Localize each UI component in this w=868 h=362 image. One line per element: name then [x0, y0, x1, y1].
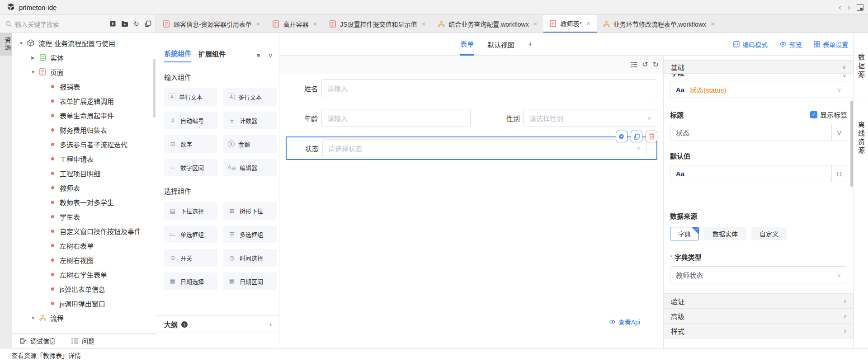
palette-collapse-icon[interactable]: ∨ [268, 52, 273, 59]
tree-page-item[interactable]: 财务费用归集表 [12, 122, 156, 137]
editor-tab[interactable]: 结合业务查询配置.workflowx × [432, 15, 543, 33]
section-basic-header[interactable]: 基础 ∨ [664, 60, 854, 74]
palette-component[interactable]: A≣ 编辑器 [223, 159, 277, 176]
window-restore-icon[interactable] [857, 4, 863, 11]
datasource-vertical-tab[interactable]: 数据源 [854, 33, 868, 100]
palette-component[interactable]: # 自动编号 [164, 112, 217, 129]
dict-type-select[interactable]: 教师状态 ∨ [670, 266, 847, 283]
debug-info-tab[interactable]: 调试信息 [19, 336, 56, 345]
tree-page-item[interactable]: 学生表 [12, 209, 156, 224]
selected-field-status[interactable]: 状态 请选择状态 ∨ [286, 136, 657, 160]
editor-tab[interactable]: JS设置控件提交值和显示值 × [323, 15, 432, 33]
palette-component[interactable]: ± 计数器 [223, 112, 277, 129]
editor-tab[interactable]: 业务环节修改流程表单.workflowx × [597, 15, 721, 33]
palette-component[interactable]: ▤ 下拉选择 [164, 202, 217, 220]
tab-close-icon[interactable]: × [422, 20, 426, 28]
section-style[interactable]: 样式 › [664, 324, 854, 338]
tree-page-item[interactable]: 表单扩展逻辑调用 [12, 94, 156, 108]
tree-node-page[interactable]: ▼ 页面 [12, 65, 156, 79]
preview-button[interactable]: 预览 [779, 40, 802, 49]
add-view-button[interactable]: + [528, 33, 533, 56]
show-label-toggle[interactable]: ✓ 显示标签 [810, 110, 847, 119]
tab-default-view[interactable]: 默认视图 [487, 33, 514, 56]
editor-tab[interactable]: 顾客信息-资源容器引用表单 × [157, 15, 266, 33]
palette-component[interactable]: ⇔ 数字区间 [164, 159, 217, 176]
caret-down-icon[interactable]: ▼ [30, 70, 36, 75]
field-gender[interactable]: 性别 请选择性别 ∨ [506, 109, 657, 127]
bound-field-select[interactable]: Aa 状态(status) ∨ [670, 81, 847, 98]
palette-component[interactable]: A 多行文本 [223, 88, 277, 106]
tree-page-item[interactable]: 自定义窗口操作按钮及事件 [12, 224, 156, 238]
redo-icon[interactable]: ↻ [653, 61, 659, 68]
tab-system-components[interactable]: 系统组件 [164, 48, 191, 62]
tab-close-icon[interactable]: × [533, 20, 538, 28]
undo-icon[interactable]: ↺ [642, 61, 648, 68]
tree-node-project[interactable]: ▼ 流程-业务流程配置与使用 [12, 36, 156, 50]
editor-tab[interactable]: 高开容器 × [266, 15, 323, 33]
field-row-name[interactable]: 姓名 请输入 [286, 79, 657, 97]
resources-vertical-tab[interactable]: 资源 [0, 33, 12, 56]
tree-page-item[interactable]: 左树右表单 [12, 238, 156, 253]
palette-component[interactable]: ▦ 日期选择 [164, 273, 217, 290]
tree-page-item[interactable]: js调用弹出窗口 [12, 296, 156, 310]
form-settings-button[interactable]: 表单设置 [814, 40, 848, 49]
tree-page-item[interactable]: js弹出表单信息 [12, 282, 156, 296]
title-value-input[interactable]: 状态 V [670, 124, 847, 141]
age-input[interactable]: 请输入 [321, 109, 471, 127]
refresh-icon[interactable]: ↻ [132, 20, 140, 28]
palette-menu-icon[interactable]: ≡ [257, 52, 260, 59]
palette-component[interactable]: ☰ 多选框组 [223, 226, 277, 243]
tree-page-item[interactable]: 教师表 [12, 180, 156, 195]
tree-page-item[interactable]: 表单生命周起事件 [12, 108, 156, 122]
field-copy-button[interactable] [631, 131, 642, 142]
datasource-dict-button[interactable]: 字典 ✓ [670, 227, 699, 240]
palette-component[interactable]: ◷ 时间选择 [223, 249, 277, 267]
palette-component[interactable]: ⊞ 树形下拉 [223, 202, 277, 220]
tree-page-item[interactable]: 多选参与者子流程迭代 [12, 137, 156, 151]
tab-close-icon[interactable]: × [313, 20, 317, 28]
palette-component[interactable]: ¥ 金额 [223, 135, 277, 153]
tree-node-entity[interactable]: ▶ 实体 [12, 50, 156, 65]
caret-down-icon[interactable]: ▼ [19, 41, 24, 46]
status-select[interactable]: 请选择状态 ∨ [322, 139, 646, 157]
tree-page-item[interactable]: 工程申请表 [12, 151, 156, 166]
offline-resources-vertical-tab[interactable]: 离线资源 [854, 100, 868, 176]
tree-node-workflow[interactable]: ▼ 流程 [12, 310, 156, 325]
code-mode-button[interactable]: 编码模式 [733, 40, 768, 49]
resource-search[interactable]: 输入关键字搜索 ↻ [0, 15, 156, 33]
gender-select[interactable]: 请选择性别 ∨ [524, 109, 657, 127]
editor-tab[interactable]: 教师表* × [543, 15, 596, 33]
import-resource-icon[interactable] [109, 20, 117, 28]
palette-component[interactable]: ▦ 日期区间 [223, 273, 277, 290]
datasource-entity-button[interactable]: 数据实体 [704, 227, 746, 240]
palette-component[interactable]: ⊡ 数字 [164, 135, 217, 153]
field-age[interactable]: 年龄 请输入 [304, 109, 471, 127]
tab-close-icon[interactable]: × [256, 20, 260, 28]
palette-component[interactable]: A 单行文本 [164, 88, 217, 106]
field-delete-button[interactable] [646, 131, 657, 142]
problems-tab[interactable]: 问题 [71, 336, 94, 345]
tree-page-item[interactable]: 报销表 [12, 79, 156, 94]
tree-page-item[interactable]: 左树右视图 [12, 253, 156, 267]
datasource-custom-button[interactable]: 自定义 [751, 227, 787, 240]
tab-form[interactable]: 表单 [460, 33, 474, 56]
props-scrollbar[interactable] [850, 101, 853, 187]
tree-page-item[interactable]: 左树右学生表单 [12, 267, 156, 282]
tree-page-item[interactable]: 教师表一对多学生 [12, 195, 156, 209]
view-api-link[interactable]: 查看Api [609, 317, 640, 326]
tab-close-icon[interactable]: × [711, 20, 715, 28]
nav-back-icon[interactable]: ‹ [839, 3, 841, 11]
section-validate[interactable]: 验证 › [664, 294, 854, 309]
name-input[interactable]: 请输入 [321, 79, 657, 97]
tab-extension-components[interactable]: 扩展组件 [198, 49, 226, 62]
caret-right-icon[interactable]: ▶ [30, 55, 36, 60]
tree-scrollbar[interactable] [153, 59, 156, 118]
title-variable-button[interactable]: V [831, 124, 847, 141]
outline-tree-icon[interactable] [630, 61, 637, 68]
checkbox-checked-icon[interactable]: ✓ [810, 111, 817, 118]
outline-section[interactable]: 大纲 i › [156, 315, 279, 333]
chevron-right-icon[interactable]: › [269, 320, 272, 328]
field-settings-button[interactable] [616, 131, 627, 142]
new-folder-icon[interactable] [121, 20, 128, 28]
section-advanced[interactable]: 高级 › [664, 309, 854, 324]
